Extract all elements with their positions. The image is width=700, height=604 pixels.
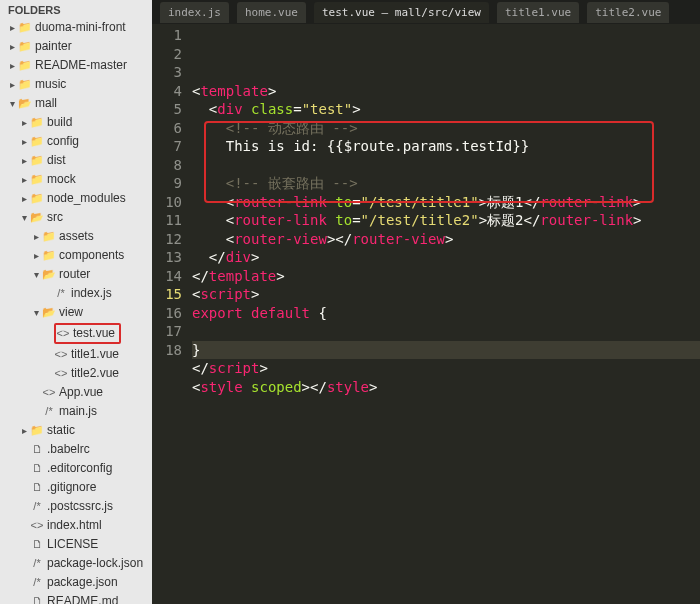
tree-item-label: .postcssrc.js — [47, 498, 113, 515]
tree-item-label: .gitignore — [47, 479, 96, 496]
chevron-right-icon[interactable]: ▸ — [6, 57, 18, 74]
line-number: 7 — [152, 137, 182, 156]
tree-item-label: duoma-mini-front — [35, 19, 126, 36]
tree-item--gitignore[interactable]: 🗋.gitignore — [2, 478, 152, 497]
tree-item-package-json[interactable]: /*package.json — [2, 573, 152, 592]
chevron-right-icon[interactable]: ▸ — [18, 133, 30, 150]
tree-item-label: test.vue — [73, 325, 115, 342]
tree-item-components[interactable]: ▸📁components — [2, 246, 152, 265]
tree-item-title2-vue[interactable]: <>title2.vue — [2, 364, 152, 383]
code-line[interactable]: <!-- 嵌套路由 --> — [192, 174, 700, 193]
code-line[interactable]: </template> — [192, 267, 700, 286]
folder-icon: 📁 — [30, 152, 44, 169]
code-line[interactable]: <router-view></router-view> — [192, 230, 700, 249]
folder-icon: 📁 — [42, 247, 56, 264]
tree-item-App-vue[interactable]: <>App.vue — [2, 383, 152, 402]
tree-item-main-js[interactable]: /*main.js — [2, 402, 152, 421]
code-line[interactable] — [192, 156, 700, 175]
chevron-right-icon[interactable]: ▸ — [18, 171, 30, 188]
gutter: 123456789101112131415161718 — [152, 26, 192, 604]
chevron-down-icon[interactable]: ▾ — [18, 209, 30, 226]
code-line[interactable]: <!-- 动态路由 --> — [192, 119, 700, 138]
chevron-right-icon[interactable]: ▸ — [6, 19, 18, 36]
tree-item-title1-vue[interactable]: <>title1.vue — [2, 345, 152, 364]
tree-item-duoma-mini-front[interactable]: ▸📁duoma-mini-front — [2, 18, 152, 37]
tree-item-config[interactable]: ▸📁config — [2, 132, 152, 151]
tree-item-label: index.js — [71, 285, 112, 302]
line-number: 17 — [152, 322, 182, 341]
chevron-down-icon[interactable]: ▾ — [30, 304, 42, 321]
tree-item-label: App.vue — [59, 384, 103, 401]
line-number: 3 — [152, 63, 182, 82]
code-line[interactable]: <div class="test"> — [192, 100, 700, 119]
tree-item-mall[interactable]: ▾📂mall — [2, 94, 152, 113]
tree-item-label: .editorconfig — [47, 460, 112, 477]
code-line[interactable] — [192, 322, 700, 341]
tree-item-mock[interactable]: ▸📁mock — [2, 170, 152, 189]
code-line[interactable]: <script> — [192, 285, 700, 304]
code-line[interactable]: </script> — [192, 359, 700, 378]
folder-open-icon: 📂 — [42, 304, 56, 321]
tab[interactable]: title2.vue — [587, 2, 669, 23]
tree-item-README-md[interactable]: 🗋README.md — [2, 592, 152, 604]
code-line[interactable]: export default { — [192, 304, 700, 323]
code-icon: <> — [54, 365, 68, 382]
tree-item--editorconfig[interactable]: 🗋.editorconfig — [2, 459, 152, 478]
code-line[interactable]: <router-link to="/test/title2">标题2</rout… — [192, 211, 700, 230]
tree-item-assets[interactable]: ▸📁assets — [2, 227, 152, 246]
folder-icon: 📁 — [42, 228, 56, 245]
tree-item-build[interactable]: ▸📁build — [2, 113, 152, 132]
tree-item-label: config — [47, 133, 79, 150]
tree-item-README-master[interactable]: ▸📁README-master — [2, 56, 152, 75]
code-line[interactable]: } — [192, 341, 700, 360]
tree-item-dist[interactable]: ▸📁dist — [2, 151, 152, 170]
tree-item-index-js[interactable]: /*index.js — [2, 284, 152, 303]
chevron-right-icon[interactable]: ▸ — [30, 247, 42, 264]
code-content[interactable]: <template> <div class="test"> <!-- 动态路由 … — [192, 26, 700, 604]
chevron-right-icon[interactable]: ▸ — [18, 152, 30, 169]
code-line[interactable]: This is id: {{$route.params.testId}} — [192, 137, 700, 156]
chevron-right-icon[interactable]: ▸ — [18, 114, 30, 131]
tree-item-index-html[interactable]: <>index.html — [2, 516, 152, 535]
tree-item-label: static — [47, 422, 75, 439]
code-line[interactable]: <router-link to="/test/title1">标题1</rout… — [192, 193, 700, 212]
file-icon: 🗋 — [30, 441, 44, 458]
line-number: 13 — [152, 248, 182, 267]
tree-item--postcssrc-js[interactable]: /*.postcssrc.js — [2, 497, 152, 516]
tree-item-src[interactable]: ▾📂src — [2, 208, 152, 227]
folder-open-icon: 📂 — [42, 266, 56, 283]
tree-item-view[interactable]: ▾📂view — [2, 303, 152, 322]
tab[interactable]: index.js — [160, 2, 229, 23]
code-area[interactable]: 123456789101112131415161718 <template> <… — [152, 24, 700, 604]
tab[interactable]: home.vue — [237, 2, 306, 23]
code-line[interactable]: </div> — [192, 248, 700, 267]
code-line[interactable]: <style scoped></style> — [192, 378, 700, 397]
tree-item-label: view — [59, 304, 83, 321]
chevron-right-icon[interactable]: ▸ — [30, 228, 42, 245]
code-line[interactable] — [192, 396, 700, 415]
folder-icon: 📁 — [30, 133, 44, 150]
chevron-down-icon[interactable]: ▾ — [6, 95, 18, 112]
tab[interactable]: test.vue — mall/src/view — [314, 2, 489, 23]
tree-item-router[interactable]: ▾📂router — [2, 265, 152, 284]
chevron-right-icon[interactable]: ▸ — [18, 422, 30, 439]
tree-item-package-lock-json[interactable]: /*package-lock.json — [2, 554, 152, 573]
tree-item--babelrc[interactable]: 🗋.babelrc — [2, 440, 152, 459]
line-number: 6 — [152, 119, 182, 138]
tree-item-node-modules[interactable]: ▸📁node_modules — [2, 189, 152, 208]
tree-item-painter[interactable]: ▸📁painter — [2, 37, 152, 56]
tree-item-label: package-lock.json — [47, 555, 143, 572]
code-line[interactable]: <template> — [192, 82, 700, 101]
tree-item-music[interactable]: ▸📁music — [2, 75, 152, 94]
tree-item-static[interactable]: ▸📁static — [2, 421, 152, 440]
chevron-down-icon[interactable]: ▾ — [30, 266, 42, 283]
tab[interactable]: title1.vue — [497, 2, 579, 23]
tree-item-test-vue[interactable]: <>test.vue — [2, 322, 152, 345]
tree-item-label: music — [35, 76, 66, 93]
chevron-right-icon[interactable]: ▸ — [6, 38, 18, 55]
tree-item-label: dist — [47, 152, 66, 169]
chevron-right-icon[interactable]: ▸ — [6, 76, 18, 93]
chevron-right-icon[interactable]: ▸ — [18, 190, 30, 207]
tree-item-LICENSE[interactable]: 🗋LICENSE — [2, 535, 152, 554]
line-number: 1 — [152, 26, 182, 45]
